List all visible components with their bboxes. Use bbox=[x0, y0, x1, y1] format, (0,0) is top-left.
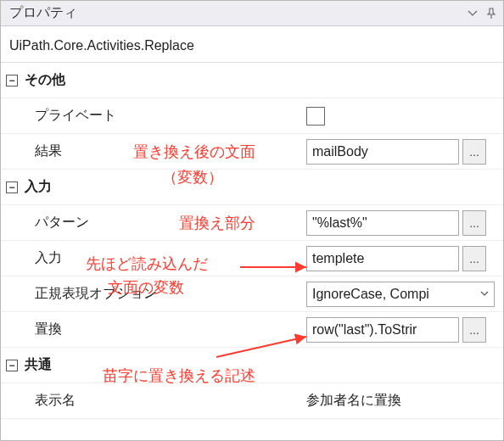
pin-icon[interactable] bbox=[484, 7, 498, 20]
pattern-browse-button[interactable]: ... bbox=[462, 210, 486, 236]
collapse-icon[interactable]: − bbox=[6, 181, 18, 193]
collapse-icon[interactable]: − bbox=[6, 360, 18, 371]
panel-titlebar: プロパティ bbox=[1, 1, 503, 26]
pattern-input[interactable] bbox=[306, 210, 459, 236]
row-display-name: 表示名 参加者名に置換 bbox=[1, 383, 503, 419]
group-common[interactable]: − 共通 bbox=[1, 348, 503, 383]
label-input: 入力 bbox=[35, 249, 62, 267]
dropdown-icon[interactable] bbox=[466, 7, 479, 20]
panel-title: プロパティ bbox=[9, 4, 461, 22]
collapse-icon[interactable]: − bbox=[6, 75, 18, 87]
regex-option-value: IgnoreCase, Compi bbox=[312, 287, 429, 302]
group-misc[interactable]: − その他 bbox=[1, 63, 503, 98]
input-browse-button[interactable]: ... bbox=[462, 246, 486, 271]
properties-panel: プロパティ UiPath.Core.Activities.Replace − そ… bbox=[0, 0, 504, 441]
display-name-value: 参加者名に置換 bbox=[306, 392, 401, 410]
group-input[interactable]: − 入力 bbox=[1, 170, 503, 205]
row-pattern: パターン ... bbox=[1, 205, 503, 241]
replace-input[interactable] bbox=[306, 317, 459, 343]
group-label: 入力 bbox=[25, 178, 52, 196]
regex-option-dropdown[interactable]: IgnoreCase, Compi bbox=[306, 282, 495, 307]
row-private: プライベート bbox=[1, 98, 503, 134]
row-input: 入力 ... bbox=[1, 241, 503, 276]
activity-type: UiPath.Core.Activities.Replace bbox=[1, 26, 503, 63]
label-result: 結果 bbox=[35, 142, 62, 160]
label-pattern: パターン bbox=[35, 214, 89, 232]
row-result: 結果 ... bbox=[1, 134, 503, 170]
chevron-down-icon bbox=[480, 288, 489, 300]
row-regex-option: 正規表現オプション IgnoreCase, Compi bbox=[1, 276, 503, 312]
result-input[interactable] bbox=[306, 139, 459, 165]
input-input[interactable] bbox=[306, 246, 459, 271]
group-label: 共通 bbox=[25, 356, 52, 374]
label-display-name: 表示名 bbox=[35, 392, 76, 410]
result-browse-button[interactable]: ... bbox=[462, 139, 486, 165]
private-checkbox[interactable] bbox=[306, 107, 325, 126]
property-grid: − その他 プライベート 結果 ... − 入力 bbox=[1, 63, 503, 419]
label-private: プライベート bbox=[35, 107, 116, 125]
replace-browse-button[interactable]: ... bbox=[462, 317, 486, 343]
group-label: その他 bbox=[25, 71, 65, 89]
label-replace: 置換 bbox=[35, 321, 62, 338]
label-regex-option: 正規表現オプション bbox=[35, 285, 157, 303]
row-replace: 置換 ... bbox=[1, 312, 503, 348]
